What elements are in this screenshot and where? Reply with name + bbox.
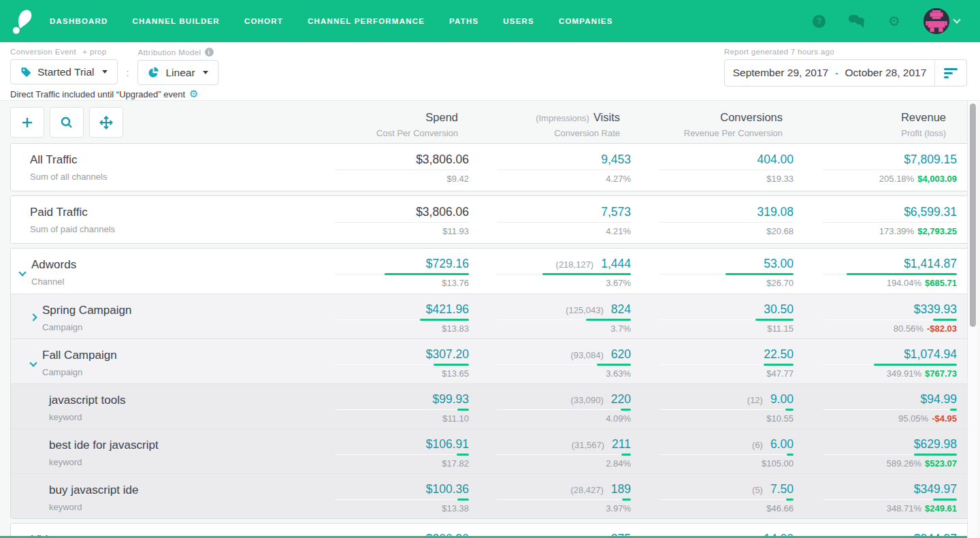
filter-separator: : bbox=[127, 67, 129, 78]
spend-header[interactable]: Spend bbox=[281, 111, 458, 124]
visits-cell: (93,084)620 3.63% bbox=[471, 347, 631, 379]
column-header-conversions[interactable]: Conversions Revenue Per Conversion bbox=[606, 111, 783, 138]
plus-icon bbox=[21, 116, 33, 129]
visits-value[interactable]: 220 bbox=[611, 392, 631, 406]
info-icon[interactable]: i bbox=[205, 48, 214, 57]
revenue-header[interactable]: Revenue bbox=[769, 111, 946, 124]
conversion-event-dropdown[interactable]: Started Trial bbox=[10, 59, 118, 84]
nav-item-channel-builder[interactable]: CHANNEL BUILDER bbox=[133, 17, 220, 25]
conversions-header[interactable]: Conversions bbox=[606, 111, 783, 124]
visits-value[interactable]: 620 bbox=[611, 347, 631, 361]
impressions-count: (93,084) bbox=[570, 350, 603, 360]
nav-item-paths[interactable]: PATHS bbox=[449, 17, 478, 25]
filter-bar: Conversion Event + prop Started Trial : … bbox=[0, 42, 980, 101]
conversion-rate: 3.7% bbox=[471, 323, 631, 334]
avatar[interactable] bbox=[924, 8, 949, 34]
spend-cell: $729.16 $13.76 bbox=[309, 257, 469, 289]
nav-item-users[interactable]: USERS bbox=[503, 17, 534, 25]
conversion-rate: 3.63% bbox=[471, 368, 631, 379]
conversions-value[interactable]: 319.08 bbox=[757, 205, 794, 219]
nav-item-cohort[interactable]: COHORT bbox=[244, 17, 283, 25]
conversions-value[interactable]: 6.00 bbox=[770, 437, 794, 451]
column-header-revenue[interactable]: Revenue Profit (loss) bbox=[769, 111, 946, 138]
chat-icon[interactable] bbox=[849, 15, 865, 27]
add-channel-button[interactable] bbox=[10, 107, 44, 138]
table-row: Spring Campaign Campaign $421.96 $13.83 … bbox=[11, 294, 969, 338]
revenue-value[interactable]: $339.93 bbox=[914, 302, 957, 316]
attribution-model-value: Linear bbox=[165, 67, 195, 79]
visits-value[interactable]: 7,573 bbox=[601, 205, 631, 219]
move-button[interactable] bbox=[89, 107, 123, 138]
nav-item-dashboard[interactable]: DASHBOARD bbox=[50, 17, 108, 25]
value-bar bbox=[597, 364, 631, 366]
conversion-event-label-text: Conversion Event bbox=[10, 48, 76, 56]
spend-value[interactable]: $421.96 bbox=[426, 302, 469, 316]
conversions-value[interactable]: 404.00 bbox=[757, 153, 794, 166]
add-prop-link[interactable]: + prop bbox=[82, 48, 106, 56]
visits-cell: 9,453 4.27% bbox=[471, 153, 631, 185]
visits-value[interactable]: 9,453 bbox=[601, 153, 631, 166]
spend-value[interactable]: $307.20 bbox=[426, 347, 469, 361]
scrollbar-thumb[interactable] bbox=[970, 104, 976, 327]
search-button[interactable] bbox=[50, 107, 84, 138]
cell-divider bbox=[634, 272, 794, 275]
attribution-logo[interactable] bbox=[10, 7, 33, 35]
scrollbar-track[interactable] bbox=[967, 101, 977, 538]
visits-value[interactable]: 1,444 bbox=[601, 257, 631, 270]
spend-value[interactable]: $106.91 bbox=[426, 437, 469, 451]
cell-divider bbox=[797, 168, 957, 171]
visits-value[interactable]: 189 bbox=[611, 482, 631, 496]
conversions-value[interactable]: 9.00 bbox=[770, 392, 794, 406]
table-row: Paid Traffic Sum of paid channels $3,806… bbox=[11, 196, 969, 243]
column-header-spend[interactable]: Spend Cost Per Conversion bbox=[281, 111, 458, 138]
table-row: buy javascript ide keyword $100.36 $13.3… bbox=[11, 473, 969, 518]
spend-cell: $100.36 $13.38 bbox=[309, 482, 469, 514]
attribution-model-label-text: Attribution Model bbox=[137, 48, 201, 57]
note-gear-icon[interactable]: ⚙ bbox=[189, 88, 198, 100]
filter-icon[interactable] bbox=[935, 68, 966, 78]
value-bar bbox=[542, 273, 631, 275]
profit-value: $767.73 bbox=[925, 368, 957, 379]
value-bar bbox=[786, 499, 794, 501]
gear-icon[interactable]: ⚙ bbox=[888, 14, 900, 28]
spend-value: $3,806.06 bbox=[416, 205, 469, 219]
revenue-cell: $94.99 95.05%-$4.95 bbox=[797, 392, 957, 424]
pie-chart-icon bbox=[148, 67, 159, 78]
nav-item-companies[interactable]: COMPANIES bbox=[559, 17, 613, 25]
value-bar bbox=[420, 319, 469, 321]
conversions-value[interactable]: 30.50 bbox=[764, 302, 794, 316]
value-bar bbox=[457, 409, 469, 411]
revenue-value[interactable]: $629.98 bbox=[914, 437, 957, 451]
value-bar bbox=[764, 364, 794, 366]
spend-value[interactable]: $100.36 bbox=[426, 482, 469, 496]
conversions-cell: (12)9.00 $10.55 bbox=[634, 392, 794, 424]
table-header: Spend Cost Per Conversion (Impressions)V… bbox=[0, 101, 980, 143]
user-menu[interactable] bbox=[924, 8, 960, 34]
nav-item-channel-performance[interactable]: CHANNEL PERFORMANCE bbox=[308, 17, 425, 25]
spend-value[interactable]: $99.93 bbox=[432, 392, 469, 406]
help-icon[interactable]: ? bbox=[813, 15, 826, 28]
revenue-value[interactable]: $94.99 bbox=[920, 392, 957, 406]
conversions-value[interactable]: 7.50 bbox=[770, 482, 794, 496]
date-dash: - bbox=[835, 68, 838, 78]
conversions-subheader: Revenue Per Conversion bbox=[606, 128, 783, 138]
revenue-value[interactable]: $1,074.94 bbox=[904, 347, 957, 361]
visits-value[interactable]: 211 bbox=[612, 437, 631, 451]
revenue-value[interactable]: $349.97 bbox=[914, 482, 957, 496]
conversions-value[interactable]: 22.50 bbox=[764, 347, 794, 361]
date-range-picker[interactable]: September 29, 2017 - October 28, 2017 bbox=[724, 59, 967, 86]
conversions-value[interactable]: 53.00 bbox=[764, 257, 794, 270]
value-bar bbox=[586, 319, 631, 321]
attribution-model-dropdown[interactable]: Linear bbox=[137, 60, 218, 85]
table-card: Paid Traffic Sum of paid channels $3,806… bbox=[10, 195, 970, 244]
revenue-value[interactable]: $6,599.31 bbox=[904, 205, 957, 219]
visits-value[interactable]: 824 bbox=[611, 302, 631, 316]
revenue-value[interactable]: $1,414.87 bbox=[904, 257, 957, 270]
spend-value[interactable]: $729.16 bbox=[426, 257, 469, 270]
spend-cell: $3,806.06 $9.42 bbox=[309, 153, 469, 185]
conversions-cell: 22.50 $47.77 bbox=[634, 347, 794, 379]
cell-divider bbox=[471, 453, 631, 456]
visits-header[interactable]: (Impressions)Visits bbox=[443, 111, 620, 124]
revenue-value[interactable]: $7,809.15 bbox=[904, 153, 957, 166]
column-header-visits[interactable]: (Impressions)Visits Conversion Rate bbox=[443, 111, 620, 138]
